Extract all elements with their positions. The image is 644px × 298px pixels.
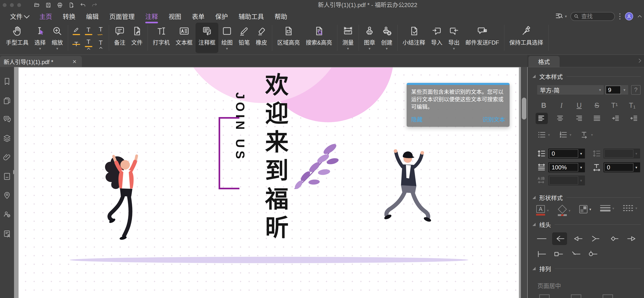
line-end-open-arrow-button[interactable]: [552, 232, 567, 245]
callout-button[interactable]: 注释框: [196, 23, 218, 53]
text-style-section-header[interactable]: 文本样式: [532, 73, 641, 80]
underline-text-button[interactable]: T: [85, 27, 92, 35]
menu-form[interactable]: 表单: [192, 12, 204, 21]
opacity-button[interactable]: ▾: [579, 205, 591, 213]
destinations-panel-icon[interactable]: [2, 191, 12, 200]
typewriter-button[interactable]: 打字机: [150, 23, 173, 46]
menu-file[interactable]: 文件: [10, 12, 29, 21]
recognize-text-link[interactable]: 识别文本: [482, 115, 505, 123]
stamp-button[interactable]: 图章 ▾: [361, 23, 378, 51]
user-avatar[interactable]: [625, 12, 633, 20]
email-fdf-button[interactable]: 邮件发送FDF: [462, 23, 502, 46]
area-highlight-button[interactable]: 区域高亮: [274, 23, 303, 46]
numbered-list-button[interactable]: ▾: [559, 130, 571, 139]
layers-panel-icon[interactable]: [2, 134, 12, 143]
insert-text-button[interactable]: T: [99, 39, 102, 49]
font-size-combo[interactable]: 9 ▾: [605, 85, 628, 95]
horizontal-scale-combo[interactable]: 100% ▾: [548, 162, 585, 172]
font-color-button[interactable]: A ▾: [536, 205, 549, 216]
squiggly-underline-button[interactable]: T: [97, 26, 104, 36]
hand-tool-button[interactable]: 手型工具: [3, 23, 32, 46]
text-direction-button[interactable]: ▾: [580, 130, 593, 139]
line-spacing-combo[interactable]: 0 ▾: [548, 149, 585, 159]
note-comment-button[interactable]: 备注: [111, 23, 128, 46]
drawing-button[interactable]: 绘图 ▾: [218, 23, 236, 51]
find-box[interactable]: [570, 12, 615, 21]
strikethrough-button[interactable]: S: [590, 101, 604, 110]
superscript-button[interactable]: T¹: [608, 101, 621, 110]
arrange-section-header[interactable]: 排列: [532, 265, 641, 272]
bullet-list-button[interactable]: ▾: [538, 130, 550, 139]
window-controls[interactable]: [3, 3, 21, 7]
line-end-closed-arrow-button[interactable]: [570, 232, 585, 245]
open-file-icon[interactable]: [34, 2, 40, 8]
menu-view[interactable]: 视图: [168, 12, 181, 21]
page-thumbnails-icon[interactable]: [2, 96, 12, 105]
italic-button[interactable]: I: [554, 101, 568, 110]
subscript-button[interactable]: T₁: [626, 101, 639, 110]
menu-page-manage[interactable]: 页面管理: [109, 12, 135, 21]
keep-tool-selected-button[interactable]: 保持工具选择: [506, 23, 546, 46]
hide-notification-link[interactable]: 隐藏: [411, 115, 422, 123]
underline-button[interactable]: U: [572, 101, 586, 110]
bookmarks-panel-icon[interactable]: [2, 77, 12, 86]
font-family-select[interactable]: 苹方-简 ▾: [537, 85, 604, 95]
line-ends-section-header[interactable]: 线头: [532, 220, 641, 228]
document-canvas[interactable]: 欢迎来到福昕 JOIN US: [14, 67, 528, 298]
decrease-indent-button[interactable]: [628, 113, 640, 124]
collapse-ribbon-button[interactable]: [637, 13, 643, 19]
undo-icon[interactable]: [80, 2, 86, 8]
minimize-window-icon[interactable]: [10, 3, 14, 7]
create-stamp-button[interactable]: 创建 ▾: [378, 23, 395, 51]
attachments-panel-icon[interactable]: [2, 153, 12, 162]
close-window-icon[interactable]: [3, 3, 6, 7]
menu-edit[interactable]: 编辑: [86, 12, 99, 21]
measure-button[interactable]: 测量 ▾: [340, 23, 356, 51]
menu-protect[interactable]: 保护: [215, 12, 228, 21]
certificates-panel-icon[interactable]: [2, 229, 12, 238]
align-right-button[interactable]: [572, 113, 585, 124]
line-end-reverse-arrow-button[interactable]: [588, 232, 603, 245]
align-left-button[interactable]: [536, 113, 548, 124]
line-style-button[interactable]: ▾: [623, 205, 637, 211]
line-end-closed-triangle-button[interactable]: [624, 232, 639, 245]
menu-help[interactable]: 帮助: [274, 12, 287, 21]
save-icon[interactable]: [45, 2, 51, 8]
import-comments-button[interactable]: 导入: [428, 23, 445, 46]
distribute-icon[interactable]: [602, 294, 613, 298]
line-end-diamond-button[interactable]: [606, 232, 621, 245]
collapse-panel-icon[interactable]: [637, 58, 643, 64]
eraser-button[interactable]: 橡皮: [253, 23, 270, 46]
zoom-tool-button[interactable]: 缩放 ▾: [49, 23, 66, 51]
advanced-search-button[interactable]: ▾: [555, 12, 567, 21]
line-weight-button[interactable]: ▾: [600, 205, 614, 211]
menu-comment[interactable]: 注释: [145, 12, 158, 21]
line-end-butt-button[interactable]: [534, 248, 549, 260]
replace-text-button[interactable]: T: [85, 39, 92, 50]
vertical-scrollbar[interactable]: [521, 67, 527, 298]
close-tab-icon[interactable]: ×: [72, 58, 76, 65]
highlight-text-button[interactable]: [72, 27, 80, 35]
document-tab[interactable]: 新人引导(1)(1).pdf * ×: [0, 56, 82, 67]
align-top-icon[interactable]: [539, 294, 550, 298]
increase-indent-button[interactable]: [610, 113, 622, 124]
font-help-button[interactable]: ?: [631, 85, 640, 95]
line-end-none-button[interactable]: [534, 232, 549, 245]
menu-convert[interactable]: 转换: [63, 12, 75, 21]
strikeout-text-button[interactable]: T: [74, 41, 78, 48]
line-end-square-button[interactable]: [551, 248, 566, 260]
select-tool-button[interactable]: 选择 ▾: [32, 23, 49, 51]
align-center-button[interactable]: [554, 113, 566, 124]
comments-panel-icon[interactable]: [2, 115, 12, 124]
attach-file-button[interactable]: 文件: [128, 23, 146, 46]
summarize-comments-button[interactable]: 小结注释: [400, 23, 428, 46]
new-document-icon[interactable]: [68, 2, 74, 8]
fields-panel-icon[interactable]: [2, 172, 12, 181]
bold-button[interactable]: B: [537, 101, 550, 110]
pencil-button[interactable]: 铅笔: [236, 23, 253, 46]
center-horizontal-icon[interactable]: [571, 294, 581, 298]
search-and-highlight-button[interactable]: 搜索&高亮: [303, 23, 335, 46]
justify-button[interactable]: [591, 113, 603, 124]
line-end-circle-button[interactable]: [585, 248, 600, 260]
print-icon[interactable]: [57, 2, 63, 8]
